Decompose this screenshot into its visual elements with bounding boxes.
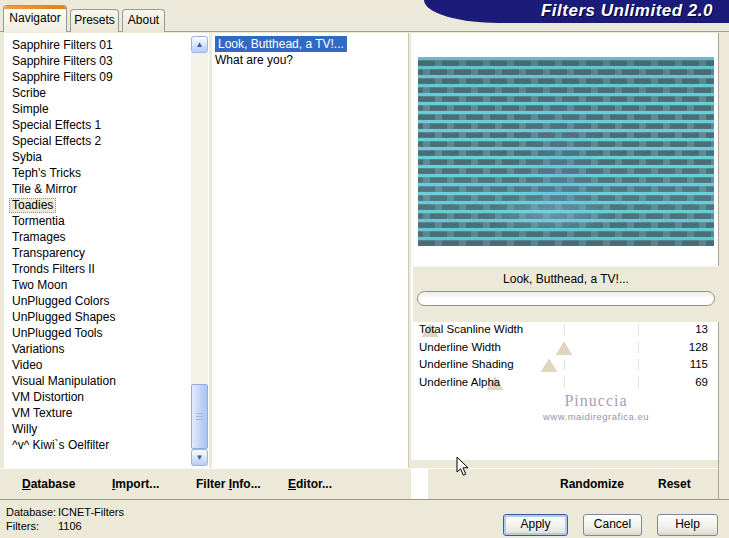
preview-zoom-slider[interactable]	[417, 291, 715, 306]
tab-presets[interactable]: Presets	[70, 9, 119, 32]
category-item[interactable]: Special Effects 2	[4, 133, 209, 149]
status-database-label: Database:	[6, 506, 56, 518]
selected-filter[interactable]: Look, Butthead, a TV!...	[215, 36, 347, 52]
category-item[interactable]: Scribe	[4, 85, 209, 101]
database-button[interactable]: Database	[22, 477, 75, 491]
parameter-slider-thumb[interactable]	[556, 342, 572, 355]
category-item[interactable]: Tormentia	[4, 213, 209, 229]
category-item[interactable]: Variations	[4, 341, 209, 357]
slider-tick	[638, 377, 639, 388]
preview-tint-overlay	[418, 57, 714, 246]
slider-tick	[638, 359, 639, 370]
filter-item[interactable]: What are you?	[212, 52, 408, 68]
slider-tick	[638, 324, 639, 335]
parameter-row[interactable]: Total Scanline Width13	[415, 322, 712, 337]
randomize-button[interactable]: Randomize	[560, 477, 624, 491]
category-item[interactable]: Sapphire Filters 01	[4, 37, 209, 53]
category-list[interactable]: Sapphire Filters 01Sapphire Filters 03Sa…	[4, 33, 209, 472]
help-button[interactable]: Help	[657, 514, 718, 536]
filter-info-button[interactable]: Filter Info...	[196, 477, 261, 491]
category-scrollbar[interactable]: ▲ ▼	[191, 36, 208, 466]
category-item[interactable]: Toadies	[4, 197, 209, 213]
slider-tick	[638, 342, 639, 353]
parameter-label: Underline Shading	[419, 358, 514, 370]
category-item[interactable]: Transparency	[4, 245, 209, 261]
category-item[interactable]: Visual Manipulation	[4, 373, 209, 389]
category-item[interactable]: Tronds Filters II	[4, 261, 209, 277]
mouse-cursor	[456, 456, 472, 478]
category-item[interactable]: UnPlugged Shapes	[4, 309, 209, 325]
parameter-label: Underline Alpha	[419, 376, 500, 388]
parameter-row[interactable]: Underline Alpha69	[415, 375, 712, 390]
category-item[interactable]: VM Texture	[4, 405, 209, 421]
apply-button[interactable]: Apply	[503, 514, 568, 536]
cancel-button[interactable]: Cancel	[583, 514, 642, 536]
category-item[interactable]: Sapphire Filters 09	[4, 69, 209, 85]
command-bar-gap	[411, 468, 428, 499]
parameter-row[interactable]: Underline Width128	[415, 340, 712, 355]
category-item[interactable]: Tile & Mirror	[4, 181, 209, 197]
scrollbar-thumb[interactable]	[191, 384, 208, 449]
parameter-value: 13	[695, 323, 708, 335]
import-button[interactable]: Import...	[112, 477, 159, 491]
scroll-up-button[interactable]: ▲	[191, 36, 208, 53]
status-database-value: ICNET-Filters	[58, 506, 124, 518]
status-filters-label: Filters:	[6, 520, 39, 532]
filter-caption: Look, Butthead, a TV!...	[413, 267, 719, 292]
empty-row	[415, 428, 712, 443]
editor-button[interactable]: Editor...	[288, 477, 332, 491]
parameter-slider-thumb[interactable]	[541, 359, 557, 372]
selected-category[interactable]: Toadies	[9, 198, 56, 213]
parameter-value: 115	[690, 358, 708, 370]
parameter-row[interactable]: Underline Shading115	[415, 357, 712, 372]
category-item[interactable]: UnPlugged Tools	[4, 325, 209, 341]
category-item[interactable]: Sybia	[4, 149, 209, 165]
reset-button[interactable]: Reset	[658, 477, 691, 491]
parameter-value: 128	[689, 341, 708, 353]
category-item[interactable]: ^v^ Kiwi`s Oelfilter	[4, 437, 209, 453]
tab-about[interactable]: About	[122, 9, 165, 32]
title-banner: Filters Unlimited 2.0	[424, 0, 729, 23]
category-item[interactable]: Tramages	[4, 229, 209, 245]
command-bar-left: DatabaseImport...Filter Info...Editor...	[0, 468, 411, 499]
slider-tick	[564, 377, 565, 388]
category-item[interactable]: Willy	[4, 421, 209, 437]
slider-tick	[564, 359, 565, 370]
category-item[interactable]: Simple	[4, 101, 209, 117]
filter-list[interactable]: Look, Butthead, a TV!...What are you?	[212, 33, 409, 468]
parameter-label: Underline Width	[419, 341, 501, 353]
category-item[interactable]: Two Moon	[4, 277, 209, 293]
parameter-label: Total Scanline Width	[419, 323, 523, 335]
scroll-down-button[interactable]: ▼	[191, 449, 208, 466]
category-item[interactable]: Special Effects 1	[4, 117, 209, 133]
filters-unlimited-window: { "window": { "title": "Filters Unlimite…	[0, 0, 729, 538]
category-item[interactable]: VM Distortion	[4, 389, 209, 405]
category-item[interactable]: Sapphire Filters 03	[4, 53, 209, 69]
slider-tick	[564, 324, 565, 335]
tab-navigator[interactable]: Navigator	[3, 5, 67, 32]
watermark-url: www.maidiregrafica.eu	[480, 411, 712, 422]
status-filters-value: 1106	[58, 520, 82, 532]
category-item[interactable]: Teph's Tricks	[4, 165, 209, 181]
filter-item[interactable]: Look, Butthead, a TV!...	[212, 36, 408, 52]
category-item[interactable]: UnPlugged Colors	[4, 293, 209, 309]
parameter-value: 69	[695, 376, 708, 388]
category-item[interactable]: Video	[4, 357, 209, 373]
watermark-name: Pinuccia	[480, 392, 712, 410]
